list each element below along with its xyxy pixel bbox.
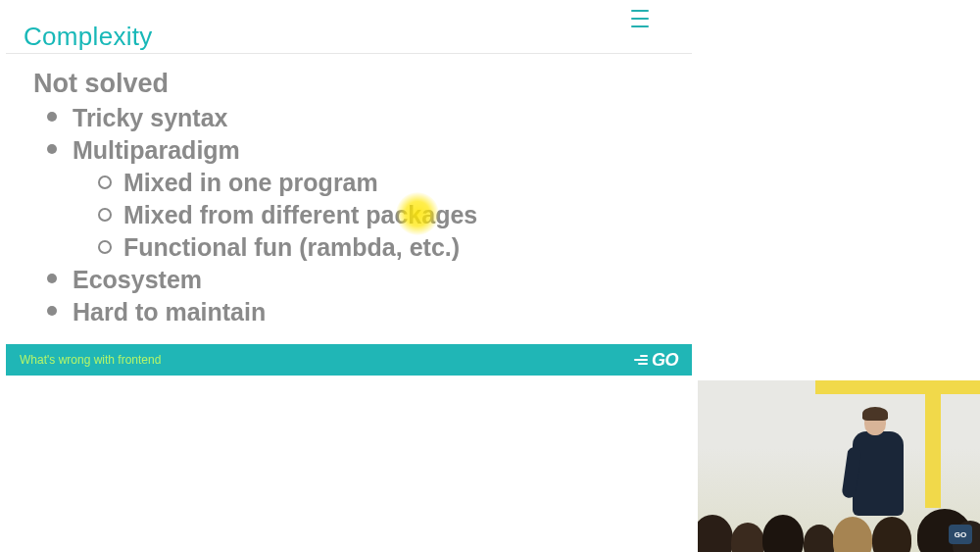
- footer-text: What's wrong with frontend: [20, 353, 161, 367]
- bullet-item: Multiparadigm Mixed in one program Mixed…: [39, 134, 477, 264]
- go-logo-text: GO: [652, 350, 678, 371]
- slide-footer: What's wrong with frontend GO: [6, 344, 692, 376]
- title-divider: [6, 53, 692, 54]
- bullet-item: Tricky syntax: [39, 102, 477, 134]
- presentation-slide: Complexity Not solved Tricky syntax Mult…: [0, 0, 698, 380]
- slide-heading: Not solved: [33, 69, 477, 99]
- speaker-camera-feed: GO: [698, 380, 980, 552]
- sub-bullet-list: Mixed in one program Mixed from differen…: [73, 167, 477, 264]
- sub-bullet-item: Functional fun (rambda, etc.): [88, 231, 477, 264]
- sub-bullet-item: Mixed in one program: [88, 167, 477, 199]
- slide-title: Complexity: [24, 22, 153, 52]
- audience-silhouettes: [698, 505, 980, 552]
- wall-stripe: [815, 380, 980, 394]
- camera-badge: GO: [949, 525, 972, 544]
- go-logo-stripes-icon: [634, 355, 648, 365]
- slide-content: Not solved Tricky syntax Multiparadigm M…: [33, 69, 477, 328]
- bullet-item: Hard to maintain: [39, 296, 477, 328]
- wall-stripe: [925, 380, 941, 508]
- sub-bullet-item: Mixed from different packages: [88, 199, 477, 231]
- bullet-list: Tricky syntax Multiparadigm Mixed in one…: [33, 102, 477, 328]
- menu-icon[interactable]: [629, 10, 651, 27]
- bullet-text: Multiparadigm: [73, 136, 240, 164]
- bullet-item: Ecosystem: [39, 264, 477, 296]
- go-logo: GO: [634, 350, 678, 371]
